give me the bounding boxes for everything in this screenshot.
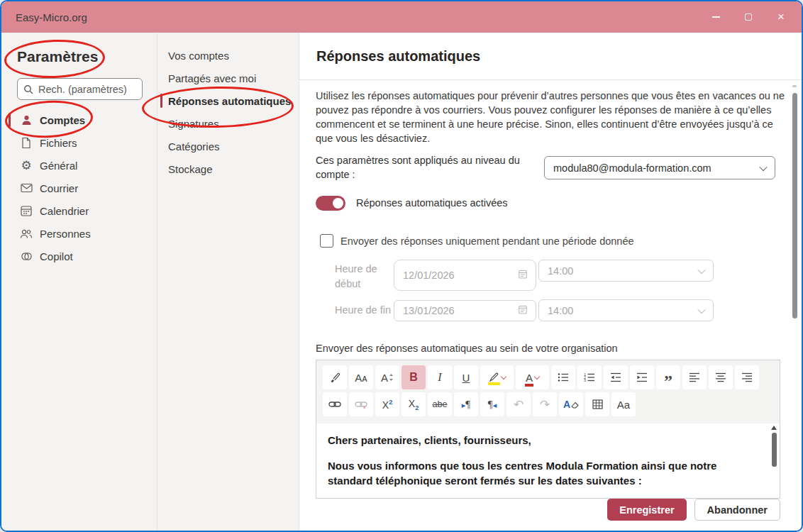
account-select-value: modula80@modula-formation.com — [553, 162, 711, 174]
subscript-button[interactable]: X2 — [402, 392, 426, 416]
highlight-color-button[interactable] — [480, 365, 514, 389]
sidebar-item-calendrier[interactable]: Calendrier — [1, 199, 157, 222]
font-size-icon: A — [381, 372, 388, 384]
subnav-item-partages-avec-moi[interactable]: Partagés avec moi — [157, 67, 299, 89]
font-name-icon: Aᴀ — [355, 372, 367, 384]
font-name-button[interactable]: Aᴀ — [349, 365, 373, 389]
sidebar-item-label: Courrier — [40, 182, 78, 194]
indent-icon — [636, 372, 648, 382]
calendar-picker-icon — [519, 305, 527, 316]
minimize-button[interactable] — [699, 1, 732, 33]
sidebar-item-comptes[interactable]: Comptes — [1, 109, 157, 131]
font-size-button[interactable]: A — [375, 365, 399, 389]
sidebar-item-label: Calendrier — [40, 205, 89, 217]
end-time-select[interactable]: 14:00 — [538, 299, 714, 321]
discard-button[interactable]: Abandonner — [694, 499, 780, 521]
editor-scrollbar[interactable] — [770, 426, 778, 497]
align-left-button[interactable] — [682, 365, 707, 389]
intro-text: Utilisez les réponses automatiques pour … — [316, 89, 787, 145]
sidebar-item-general[interactable]: ⚙ Général — [1, 154, 157, 177]
subnav-item-vos-comptes[interactable]: Vos comptes — [157, 44, 299, 67]
main-panel: Réponses automatiques Utilisez les répon… — [299, 33, 802, 531]
redo-button[interactable]: ↷ — [533, 392, 557, 416]
subnav-item-categories[interactable]: Catégories — [157, 135, 299, 157]
maximize-icon — [745, 13, 752, 21]
search-input[interactable]: Rech. (paramètres) — [17, 78, 143, 100]
strikethrough-button[interactable]: abe — [428, 392, 452, 416]
reply-paragraph: Chers partenaires, clients, fournisseurs… — [328, 433, 761, 448]
gear-icon: ⚙ — [19, 160, 33, 172]
align-center-button[interactable] — [709, 365, 733, 389]
account-select[interactable]: modula80@modula-formation.com — [544, 156, 775, 179]
end-date-input[interactable]: 13/01/2026 — [394, 300, 536, 321]
main-scrollbar[interactable] — [791, 85, 798, 318]
toggle-knob — [333, 198, 343, 209]
subnav-item-stockage[interactable]: Stockage — [157, 157, 299, 180]
align-right-button[interactable] — [735, 365, 759, 389]
divider — [299, 79, 802, 80]
reply-paragraph: Nous vous informons que tous les centres… — [328, 458, 761, 488]
text-case-button[interactable]: Aa — [611, 392, 636, 416]
indent-button[interactable] — [630, 365, 654, 389]
start-date-value: 12/01/2026 — [403, 270, 455, 281]
close-button[interactable]: × — [765, 1, 797, 33]
numbered-list-button[interactable]: 123 — [577, 365, 602, 389]
chevron-down-icon — [697, 305, 705, 313]
sidebar-item-personnes[interactable]: Personnes — [1, 222, 157, 245]
remove-link-button[interactable]: x — [349, 392, 373, 416]
clear-formatting-icon: A — [563, 399, 570, 410]
period-checkbox[interactable] — [320, 234, 333, 248]
underline-button[interactable]: U — [454, 365, 478, 389]
ltr-paragraph-icon: ▸¶ — [462, 398, 470, 411]
quote-button[interactable]: ” — [656, 365, 680, 389]
sidebar-item-courrier[interactable]: Courrier — [1, 177, 157, 199]
insert-table-button[interactable] — [585, 392, 609, 416]
italic-button[interactable]: I — [428, 365, 452, 389]
chevron-down-icon — [697, 265, 705, 273]
auto-replies-toggle[interactable] — [316, 196, 345, 211]
reply-body-editor[interactable]: Chers partenaires, clients, fournisseurs… — [316, 423, 780, 488]
strikethrough-icon: abe — [433, 399, 448, 409]
scroll-up-icon — [771, 426, 777, 430]
clear-formatting-button[interactable]: A — [559, 392, 583, 416]
start-date-input[interactable]: 12/01/2026 — [394, 260, 536, 291]
maximize-button[interactable] — [732, 1, 765, 33]
bullet-list-icon — [558, 372, 569, 382]
svg-text:3: 3 — [584, 378, 586, 382]
subnav-item-reponses-automatiques[interactable]: Réponses automatiques — [157, 89, 299, 112]
editor-scrollbar-thumb[interactable] — [772, 433, 777, 467]
calendar-picker-icon — [519, 270, 527, 281]
format-painter-button[interactable] — [323, 365, 347, 389]
chevron-down-icon — [759, 162, 767, 170]
undo-icon: ↶ — [514, 397, 524, 412]
subnav-item-signatures[interactable]: Signatures — [157, 112, 299, 135]
copilot-icon — [19, 250, 33, 262]
outdent-button[interactable] — [604, 365, 628, 389]
insert-link-button[interactable] — [323, 392, 347, 416]
save-button[interactable]: Enregistrer — [607, 499, 686, 521]
start-time-value: 14:00 — [548, 265, 573, 277]
sidebar-item-copilot[interactable]: Copilot — [1, 245, 157, 267]
font-color-button[interactable]: A — [516, 365, 549, 389]
sidebar-item-label: Général — [40, 160, 77, 172]
editor-toolbar: Aᴀ A B I U — [316, 360, 780, 423]
start-time-select[interactable]: 14:00 — [538, 260, 714, 282]
end-date-value: 13/01/2026 — [403, 305, 455, 316]
main-scrollbar-thumb[interactable] — [792, 93, 797, 318]
undo-button[interactable]: ↶ — [506, 392, 531, 416]
sidebar-item-label: Copilot — [40, 250, 73, 262]
bold-button[interactable]: B — [402, 365, 426, 389]
settings-sidebar: Paramètres Rech. (paramètres) Comptes — [1, 33, 157, 531]
envelope-icon — [19, 183, 33, 193]
ltr-paragraph-button[interactable]: ▸¶ — [454, 392, 478, 416]
link-icon — [328, 400, 341, 409]
page-title: Réponses automatiques — [316, 48, 480, 65]
highlight-pen-icon — [489, 372, 499, 382]
bullet-list-button[interactable] — [551, 365, 575, 389]
sidebar-item-fichiers[interactable]: Fichiers — [1, 131, 157, 154]
settings-window: Easy-Micro.org × Paramètres Rech. (param… — [0, 0, 803, 532]
align-left-icon — [689, 372, 700, 382]
superscript-button[interactable]: X2 — [375, 392, 399, 416]
rtl-paragraph-button[interactable]: ¶◂ — [480, 392, 504, 416]
document-icon — [19, 137, 33, 149]
